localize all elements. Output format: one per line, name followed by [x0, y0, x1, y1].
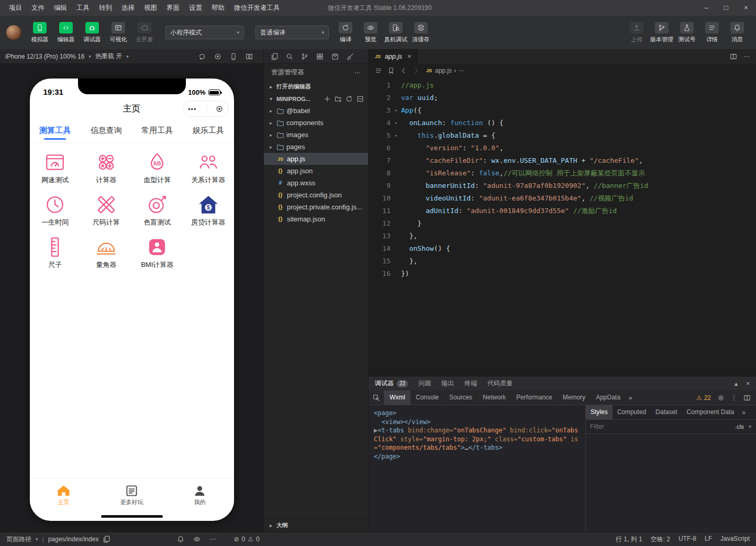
add-style-icon[interactable]: + [748, 423, 752, 430]
more-menu-button[interactable]: ••• [188, 106, 196, 112]
warnings-badge[interactable]: ⚠ 22 [696, 394, 711, 402]
more-tabs-icon[interactable]: » [626, 394, 636, 402]
menu-item[interactable]: 选择 [117, 0, 139, 16]
user-avatar[interactable] [6, 25, 21, 40]
outline-icon[interactable] [375, 67, 382, 74]
device-select[interactable]: iPhone 12/13 (Pro) 100% 16 [5, 53, 84, 60]
copy-path-icon[interactable] [103, 536, 110, 543]
tool-protractor[interactable]: 量角器 [81, 231, 132, 274]
inspect-element-icon[interactable] [369, 391, 384, 405]
rotate-icon[interactable] [198, 53, 206, 60]
menu-item[interactable]: 帮助 [207, 0, 229, 16]
debugger-tab-问题[interactable]: 问题 [418, 379, 431, 388]
filter-input[interactable] [590, 423, 731, 430]
tab-测算工具[interactable]: 测算工具 [30, 119, 81, 142]
open-editors-section[interactable]: ▸ 打开的编辑器 [264, 81, 368, 93]
toolbar-action-details[interactable]: 详情 [699, 22, 725, 43]
menu-item[interactable]: 项目 [4, 0, 27, 16]
editor-tab-appjs[interactable]: JS app.js × [369, 49, 417, 64]
collapse-panel-icon[interactable]: ▴ [735, 380, 738, 387]
tool-life-time[interactable]: 一生时间 [30, 189, 81, 231]
debugger-tab-调试器[interactable]: 调试器22 [375, 379, 408, 388]
fold-icon[interactable]: ▾ [391, 129, 401, 142]
minimize-button-icon[interactable]: – [696, 0, 716, 16]
layout-icon[interactable] [246, 53, 253, 60]
menu-item[interactable]: 工具 [72, 0, 94, 16]
toolbar-button-simulator[interactable]: 模拟器 [27, 22, 52, 43]
toolbar-button-cloud[interactable]: 云开发 [132, 22, 157, 43]
bookmark-icon[interactable] [387, 67, 395, 74]
page-path-dropdown[interactable]: 页面路径 [6, 535, 31, 544]
fold-icon[interactable]: ▾ [391, 104, 401, 117]
pages-icon[interactable] [271, 53, 278, 60]
tabbar-item-主页[interactable]: 主页 [30, 478, 98, 511]
hot-reload-toggle[interactable]: 热重载 开 [95, 52, 122, 61]
wxml-tree[interactable]: <page> <view></view>▶<t-tabs bind:change… [369, 405, 585, 532]
tabbar-item-我的[interactable]: 我的 [166, 478, 234, 511]
menu-item[interactable]: 编辑 [49, 0, 72, 16]
debugger-tab-代码质量[interactable]: 代码质量 [487, 379, 513, 388]
tab-信息查询[interactable]: 信息查询 [81, 119, 132, 142]
fold-icon[interactable]: ▾ [391, 117, 401, 129]
wxml-line[interactable]: <view></view> [374, 418, 580, 427]
outline-section[interactable]: ▸ 大纲 [264, 518, 368, 532]
branch-icon[interactable] [301, 53, 308, 60]
tool-speed-test[interactable]: 网速测试 [30, 147, 81, 189]
toolbar-button-visual[interactable]: 可视化 [106, 22, 131, 43]
devtools-tab-Performance[interactable]: Performance [511, 391, 558, 405]
styles-tab-Computed[interactable]: Computed [613, 405, 651, 419]
tree-item-@babel[interactable]: ▸@babel [264, 105, 368, 117]
tool-calculator[interactable]: 计算器 [81, 147, 132, 189]
toolbar-action-clear-cache[interactable]: 清缓存 [408, 22, 433, 43]
toolbar-action-compile[interactable]: 编译 [333, 22, 358, 43]
grid-icon[interactable] [316, 53, 324, 60]
devtools-tab-Sources[interactable]: Sources [444, 391, 477, 405]
tab-常用工具[interactable]: 常用工具 [132, 119, 183, 142]
forward-icon[interactable] [413, 67, 420, 74]
dock-side-icon[interactable] [743, 394, 751, 402]
tree-item-project.private.config.js...[interactable]: {}project.private.config.js... [264, 201, 368, 213]
device-icon[interactable] [230, 53, 237, 60]
compile-mode-select[interactable]: 普通编译 ▾ [255, 26, 329, 39]
more-actions-icon[interactable]: ⋯ [354, 69, 361, 76]
wxml-line[interactable]: <page> [374, 409, 580, 418]
split-editor-icon[interactable] [730, 53, 737, 60]
tool-mortgage[interactable]: $房贷计算器 [183, 189, 234, 231]
devtools-tab-Memory[interactable]: Memory [558, 391, 591, 405]
cursor-position[interactable]: 行 1, 列 1 [616, 535, 642, 544]
menu-item[interactable]: 界面 [162, 0, 184, 16]
toolbar-action-preview[interactable]: 预览 [358, 22, 383, 43]
tool-bmi[interactable]: BMI计算器 [132, 231, 183, 274]
debugger-tab-输出[interactable]: 输出 [441, 379, 454, 388]
refresh-icon[interactable] [346, 95, 353, 103]
tabbar-item-更多好玩[interactable]: 更多好玩 [98, 478, 166, 511]
new-folder-icon[interactable] [335, 95, 342, 103]
record-icon[interactable] [214, 53, 221, 60]
search-icon[interactable] [286, 53, 293, 60]
project-section[interactable]: ▾ MINIPROG... [264, 93, 368, 105]
tree-item-images[interactable]: ▸images [264, 129, 368, 141]
toolbar-action-remote-debug[interactable]: 真机调试 [383, 22, 408, 43]
cls-button[interactable]: .cls [735, 424, 744, 430]
tree-item-project.config.json[interactable]: {}project.config.json [264, 189, 368, 201]
eol-setting[interactable]: LF [705, 535, 712, 544]
package-icon[interactable] [331, 53, 339, 60]
statusbar-more-icon[interactable]: ⋯ [209, 536, 216, 543]
close-button-icon[interactable]: × [736, 0, 756, 16]
styles-tab-Component Data[interactable]: Component Data [682, 405, 739, 419]
devtools-menu-icon[interactable]: ⋮ [731, 394, 737, 402]
styles-tab-Styles[interactable]: Styles [586, 405, 613, 419]
tool-size-calc[interactable]: 尺码计算 [81, 189, 132, 231]
language-mode[interactable]: JavaScript [720, 535, 750, 544]
debugger-tab-终端[interactable]: 终端 [464, 379, 477, 388]
tree-item-app.wxss[interactable]: #app.wxss [264, 177, 368, 189]
breadcrumb[interactable]: JS app.js › ⋯ [425, 67, 464, 74]
close-miniprogram-button[interactable] [216, 105, 223, 113]
toolbar-action-message[interactable]: 消息 [725, 22, 750, 43]
toolbar-action-version[interactable]: 版本管理 [649, 22, 674, 43]
toolbar-action-test-account[interactable]: 测试号 [674, 22, 699, 43]
encoding-setting[interactable]: UTF-8 [679, 535, 696, 544]
menu-item[interactable]: 转到 [94, 0, 117, 16]
tree-item-pages[interactable]: ▸pages [264, 141, 368, 153]
tree-item-sitemap.json[interactable]: {}sitemap.json [264, 213, 368, 225]
